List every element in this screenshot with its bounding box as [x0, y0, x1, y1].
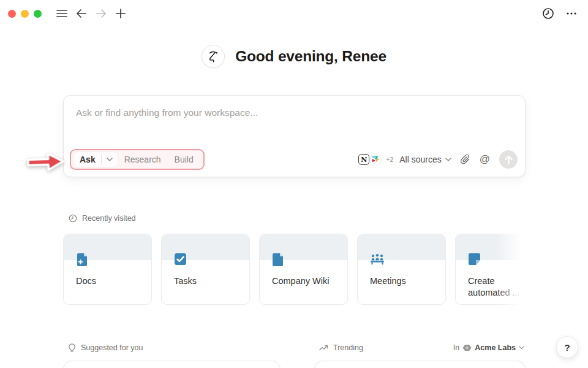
suggested-header: Suggested for you: [68, 343, 143, 353]
template-icon: [468, 253, 481, 268]
chevron-down-icon[interactable]: [102, 155, 118, 164]
recent-card-meetings[interactable]: Meetings: [357, 234, 446, 305]
card-banner: [456, 234, 527, 260]
annotation-arrow: [25, 150, 66, 176]
trending-up-icon: [319, 345, 328, 351]
checkbox-icon: [174, 253, 187, 268]
card-label: Tasks: [174, 275, 243, 287]
page-title: Good evening, Renee: [235, 48, 386, 65]
greeting-row: Good evening, Renee: [0, 45, 588, 68]
sidebar-menu-icon[interactable]: [54, 6, 70, 21]
card-label: Meetings: [370, 275, 439, 287]
lightbulb-icon: [68, 343, 76, 353]
window-close-button[interactable]: [8, 10, 16, 18]
recently-visited-title: Recently visited: [82, 214, 136, 223]
chevron-down-icon: [519, 346, 524, 350]
recently-visited-row: Docs Tasks Company Wiki: [63, 234, 527, 307]
recently-visited-header: Recently visited: [69, 214, 136, 223]
suggested-title: Suggested for you: [81, 343, 143, 352]
ask-toolbar-right: N: [358, 150, 518, 169]
ask-box: Ask Research Build N: [63, 95, 526, 177]
history-clock-icon[interactable]: [540, 6, 556, 21]
back-icon[interactable]: [74, 6, 89, 21]
mode-ask-button[interactable]: Ask: [74, 152, 101, 167]
notion-source-icon: N: [358, 154, 369, 165]
all-sources-selector[interactable]: N: [358, 154, 451, 165]
annotation-highlight-box: Ask Research Build: [70, 149, 205, 170]
all-sources-label: All sources: [399, 155, 441, 164]
mode-build-button[interactable]: Build: [168, 152, 200, 167]
help-label: ?: [564, 342, 570, 353]
trending-section: Trending In Acme Labs: [314, 342, 526, 368]
workspace-logo-icon: [462, 344, 472, 351]
slack-source-icon: [370, 154, 381, 165]
window-minimize-button[interactable]: [21, 10, 29, 18]
card-label: Docs: [76, 275, 145, 287]
people-table-icon: [370, 253, 385, 267]
workspace-name: Acme Labs: [475, 343, 516, 352]
submit-arrow-button[interactable]: [499, 150, 518, 169]
suggested-card[interactable]: [63, 361, 281, 368]
recent-card-company-wiki[interactable]: Company Wiki: [259, 234, 348, 305]
clock-icon: [69, 214, 77, 223]
ask-input[interactable]: [64, 96, 507, 118]
mode-research-button[interactable]: Research: [118, 152, 168, 167]
ai-face-icon: [202, 45, 225, 68]
recent-card-create-automated[interactable]: Create automated ...: [455, 234, 527, 305]
chevron-down-icon: [445, 158, 451, 161]
suggested-section: Suggested for you: [63, 342, 281, 368]
doc-add-icon: [76, 253, 89, 269]
recent-card-docs[interactable]: Docs: [63, 234, 152, 305]
attach-paperclip-icon[interactable]: [461, 155, 470, 165]
card-label: Company Wiki: [272, 275, 341, 287]
trending-title: Trending: [333, 343, 363, 352]
workspace-selector[interactable]: In Acme Labs: [453, 343, 524, 352]
ask-toolbar: Ask Research Build N: [70, 148, 518, 171]
help-button[interactable]: ?: [556, 336, 578, 358]
mode-ask-pill: Ask: [74, 152, 118, 167]
forward-icon[interactable]: [93, 6, 109, 21]
trending-card[interactable]: [314, 361, 526, 368]
new-tab-icon[interactable]: [113, 6, 129, 21]
titlebar: [0, 0, 588, 27]
trending-header: Trending: [319, 343, 363, 352]
window-zoom-button[interactable]: [34, 10, 42, 18]
mention-at-icon[interactable]: @: [480, 153, 490, 166]
extra-sources-count: +2: [386, 156, 393, 163]
card-label: Create automated ...: [468, 275, 527, 299]
more-options-icon[interactable]: [564, 6, 579, 21]
workspace-prefix: In: [453, 343, 459, 352]
app-window: Good evening, Renee Ask Research Build N: [0, 0, 588, 368]
recent-card-tasks[interactable]: Tasks: [161, 234, 250, 305]
page-icon: [272, 253, 284, 269]
